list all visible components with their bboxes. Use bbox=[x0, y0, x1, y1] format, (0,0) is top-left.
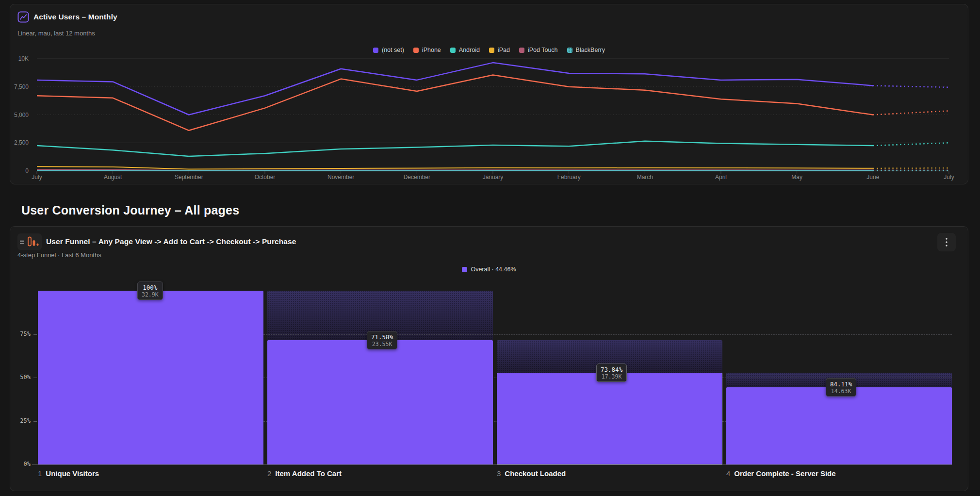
legend-item-blackberry[interactable]: BlackBerry bbox=[567, 47, 605, 53]
y-axis-label: 2,500 bbox=[14, 139, 29, 146]
funnel-y-axis-label: 0% bbox=[10, 461, 31, 467]
x-axis-label: November bbox=[327, 174, 354, 181]
tooltip-conversion-pct: 100% bbox=[142, 284, 159, 291]
funnel-step-label-1: 1Unique Visitors bbox=[38, 469, 99, 478]
funnel-y-axis-label: 50% bbox=[10, 374, 31, 380]
series-projection-iphone bbox=[873, 111, 949, 115]
user-funnel-card: User Funnel – Any Page View -> Add to Ca… bbox=[10, 226, 968, 491]
y-axis-label: 0 bbox=[25, 167, 29, 174]
y-axis-label: 10K bbox=[18, 55, 29, 62]
funnel-tooltip-step-3: 73.84%17.39K bbox=[596, 364, 627, 382]
step-number: 1 bbox=[38, 469, 42, 478]
x-axis-label: June bbox=[866, 174, 879, 181]
legend-label: (not set) bbox=[382, 47, 404, 53]
x-axis-label: February bbox=[557, 174, 581, 181]
legend-item-ipod-touch[interactable]: iPod Touch bbox=[519, 47, 558, 53]
step-number: 2 bbox=[267, 469, 271, 478]
funnel-bar-step-3[interactable] bbox=[497, 373, 722, 464]
series-projection-not-set bbox=[873, 85, 949, 87]
series-line-android bbox=[37, 141, 873, 156]
legend-label: iPod Touch bbox=[528, 47, 558, 53]
funnel-y-axis-tick bbox=[33, 334, 37, 335]
line-chart-icon bbox=[17, 11, 29, 23]
tooltip-conversion-pct: 84.11% bbox=[830, 380, 852, 388]
funnel-x-axis bbox=[32, 464, 952, 465]
line-chart-svg: 10K7,5005,0002,5000JulyAugustSeptemberOc… bbox=[10, 55, 964, 182]
tooltip-conversion-pct: 73.84% bbox=[601, 366, 622, 373]
x-axis-label: July bbox=[944, 174, 954, 181]
legend-label: Android bbox=[459, 47, 480, 53]
step-name: Item Added To Cart bbox=[275, 469, 342, 478]
funnel-y-axis-tick bbox=[33, 378, 37, 378]
x-axis-label: May bbox=[791, 174, 802, 181]
x-axis-label: August bbox=[104, 174, 122, 181]
series-projection-android bbox=[873, 143, 949, 146]
series-line-ipad bbox=[37, 166, 873, 169]
funnel-y-axis-label: 75% bbox=[10, 331, 31, 337]
tooltip-conversion-pct: 71.58% bbox=[371, 333, 393, 341]
legend-swatch bbox=[519, 48, 524, 53]
funnel-tooltip-step-1: 100%32.9K bbox=[137, 281, 163, 300]
legend-swatch bbox=[567, 48, 572, 53]
funnel-tooltip-step-2: 71.58%23.55K bbox=[367, 331, 397, 349]
x-axis-label: October bbox=[255, 174, 276, 181]
funnel-step-label-4: 4Order Complete - Server Side bbox=[726, 469, 836, 478]
y-axis-label: 7,500 bbox=[14, 83, 29, 90]
legend-swatch bbox=[373, 48, 378, 53]
legend-item-android[interactable]: Android bbox=[450, 47, 480, 53]
line-chart-legend: (not set)iPhoneAndroidiPadiPod TouchBlac… bbox=[10, 47, 968, 53]
tooltip-count: 23.55K bbox=[371, 341, 393, 347]
y-axis-label: 5,000 bbox=[14, 112, 29, 118]
x-axis-label: December bbox=[404, 174, 430, 181]
line-chart-plot-area: 10K7,5005,0002,5000JulyAugustSeptemberOc… bbox=[10, 55, 964, 182]
funnel-step-label-3: 3Checkout Loaded bbox=[497, 469, 566, 478]
legend-item-not-set[interactable]: (not set) bbox=[373, 47, 404, 53]
x-axis-label: March bbox=[637, 174, 653, 181]
legend-label: iPhone bbox=[422, 47, 441, 53]
funnel-tooltip-step-4: 84.11%14.63K bbox=[826, 378, 856, 397]
active-users-card: Active Users – Monthly Linear, mau, last… bbox=[10, 4, 968, 184]
funnel-bar-step-2[interactable] bbox=[267, 340, 493, 464]
step-name: Order Complete - Server Side bbox=[734, 469, 835, 478]
card-title: Active Users – Monthly bbox=[33, 13, 117, 21]
legend-item-iphone[interactable]: iPhone bbox=[413, 47, 441, 53]
step-name: Unique Visitors bbox=[46, 469, 99, 478]
active-users-card-header: Active Users – Monthly bbox=[17, 11, 117, 23]
legend-swatch bbox=[413, 48, 419, 53]
x-axis-label: April bbox=[715, 174, 727, 181]
step-number: 3 bbox=[497, 469, 501, 478]
step-name: Checkout Loaded bbox=[505, 469, 566, 478]
funnel-y-axis-label: 25% bbox=[10, 417, 31, 424]
legend-label: BlackBerry bbox=[576, 47, 605, 53]
funnel-step-label-2: 2Item Added To Cart bbox=[267, 469, 342, 478]
card-subtitle: Linear, mau, last 12 months bbox=[17, 30, 95, 37]
legend-label: iPad bbox=[498, 47, 510, 53]
tooltip-count: 14.63K bbox=[830, 388, 852, 395]
series-line-not-set bbox=[37, 63, 873, 115]
funnel-bar-step-1[interactable] bbox=[38, 291, 263, 464]
legend-item-ipad[interactable]: iPad bbox=[489, 47, 510, 53]
funnel-bar-step-4[interactable] bbox=[726, 387, 952, 464]
tooltip-count: 32.9K bbox=[142, 291, 159, 298]
section-title: User Conversion Journey – All pages bbox=[21, 203, 239, 217]
funnel-y-axis-tick bbox=[33, 421, 37, 422]
step-number: 4 bbox=[726, 469, 730, 478]
legend-swatch bbox=[450, 48, 456, 53]
funnel-plot-area: 0%25%50%75%100%32.9K1Unique Visitors71.5… bbox=[10, 227, 968, 491]
x-axis-label: January bbox=[483, 174, 504, 181]
x-axis-label: July bbox=[32, 174, 42, 181]
x-axis-label: September bbox=[175, 174, 203, 181]
legend-swatch bbox=[489, 48, 494, 53]
tooltip-count: 17.39K bbox=[601, 373, 622, 380]
